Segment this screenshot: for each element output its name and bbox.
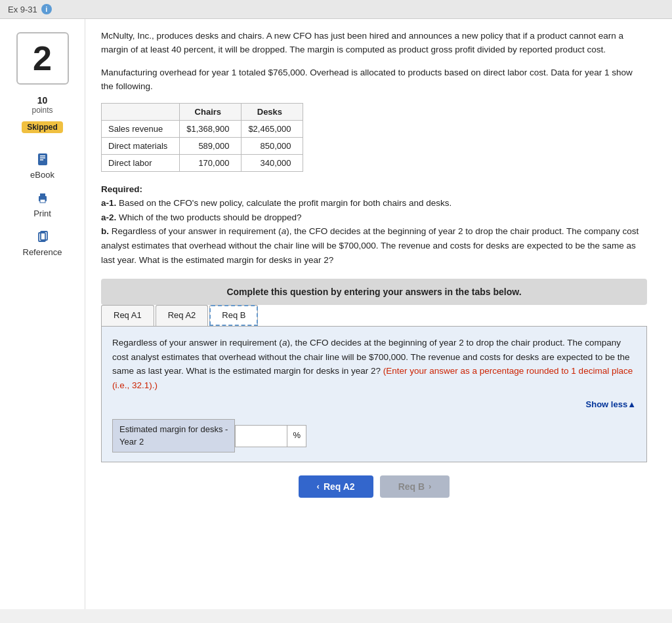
table-header-empty bbox=[102, 103, 180, 120]
percent-label: % bbox=[287, 425, 306, 447]
row-label-1: Direct materials bbox=[102, 137, 180, 154]
info-icon[interactable]: i bbox=[41, 4, 52, 14]
svg-rect-5 bbox=[40, 193, 45, 197]
table-row: Direct materials 589,000 850,000 bbox=[102, 137, 303, 154]
row-desks-2: 340,000 bbox=[242, 154, 303, 171]
complete-box: Complete this question by entering your … bbox=[101, 279, 647, 305]
row-label-0: Sales revenue bbox=[102, 120, 180, 137]
skipped-badge: Skipped bbox=[22, 121, 63, 133]
svg-rect-2 bbox=[40, 157, 45, 159]
row-desks-0: $2,465,000 bbox=[242, 120, 303, 137]
table-header-desks: Desks bbox=[242, 103, 303, 120]
nav-buttons: ‹ Req A2 Req B › bbox=[101, 475, 647, 498]
table-row: Direct labor 170,000 340,000 bbox=[102, 154, 303, 171]
reference-label: Reference bbox=[23, 247, 62, 257]
back-button[interactable]: ‹ Req A2 bbox=[299, 475, 373, 498]
answer-label: Estimated margin for desks - Year 2 bbox=[112, 419, 235, 452]
tab-req-b[interactable]: Req B bbox=[209, 305, 258, 326]
forward-chevron: › bbox=[429, 481, 431, 491]
forward-label: Req B bbox=[398, 481, 425, 492]
complete-box-text: Complete this question by entering your … bbox=[226, 287, 521, 297]
copy-icon bbox=[35, 229, 51, 245]
back-chevron: ‹ bbox=[317, 481, 320, 491]
table-header-chairs: Chairs bbox=[180, 103, 242, 120]
question-number-box: 2 bbox=[16, 32, 69, 85]
points-label: points bbox=[32, 106, 52, 115]
tabs-row: Req A1 Req A2 Req B bbox=[101, 305, 647, 327]
row-desks-1: 850,000 bbox=[242, 137, 303, 154]
required-a2: a-2. Which of the two products should be… bbox=[101, 212, 301, 222]
back-label: Req A2 bbox=[324, 481, 355, 492]
sidebar: 2 10 points Skipped eBook bbox=[0, 19, 85, 609]
tab-instruction: (Enter your answer as a percentage round… bbox=[112, 366, 633, 390]
svg-rect-3 bbox=[40, 159, 43, 161]
content-area: McNulty, Inc., produces desks and chairs… bbox=[85, 19, 663, 609]
required-title: Required: bbox=[101, 184, 142, 194]
problem-text-1: McNulty, Inc., produces desks and chairs… bbox=[101, 30, 647, 57]
forward-button: Req B › bbox=[380, 475, 450, 498]
tab-content: Regardless of your answer in requirement… bbox=[101, 327, 647, 462]
problem-text-2: Manufacturing overhead for year 1 totale… bbox=[101, 66, 647, 94]
required-b: b. Regardless of your answer in requirem… bbox=[101, 226, 639, 264]
show-less[interactable]: Show less▲ bbox=[112, 398, 636, 412]
row-chairs-2: 170,000 bbox=[180, 154, 242, 171]
exercise-label: Ex 9-31 bbox=[8, 5, 37, 14]
print-label: Print bbox=[33, 209, 51, 218]
tab-req-a2[interactable]: Req A2 bbox=[156, 305, 209, 326]
tab-main-text: Regardless of your answer in requirement… bbox=[112, 336, 636, 392]
svg-rect-6 bbox=[40, 199, 45, 203]
sidebar-item-ebook[interactable]: eBook bbox=[0, 146, 85, 185]
required-a1: a-1. Based on the CFO's new policy, calc… bbox=[101, 198, 452, 208]
answer-input[interactable] bbox=[235, 425, 287, 447]
points-section: 10 points bbox=[32, 95, 52, 115]
tab-req-a1[interactable]: Req A1 bbox=[101, 305, 154, 326]
table-row: Sales revenue $1,368,900 $2,465,000 bbox=[102, 120, 303, 137]
required-section: Required: a-1. Based on the CFO's new po… bbox=[101, 182, 647, 268]
print-icon bbox=[35, 190, 51, 206]
ebook-label: eBook bbox=[30, 170, 54, 180]
book-icon bbox=[35, 151, 51, 167]
answer-row: Estimated margin for desks - Year 2 % bbox=[112, 419, 636, 452]
row-chairs-0: $1,368,900 bbox=[180, 120, 242, 137]
top-bar: Ex 9-31 i bbox=[0, 0, 672, 19]
data-table: Chairs Desks Sales revenue $1,368,900 $2… bbox=[101, 103, 303, 172]
sidebar-item-print[interactable]: Print bbox=[0, 185, 85, 224]
row-chairs-1: 589,000 bbox=[180, 137, 242, 154]
svg-rect-1 bbox=[40, 155, 45, 157]
question-number: 2 bbox=[33, 39, 52, 78]
sidebar-item-reference[interactable]: Reference bbox=[0, 224, 85, 262]
points-value: 10 bbox=[32, 95, 52, 106]
row-label-2: Direct labor bbox=[102, 154, 180, 171]
main-layout: 2 10 points Skipped eBook bbox=[0, 19, 672, 609]
